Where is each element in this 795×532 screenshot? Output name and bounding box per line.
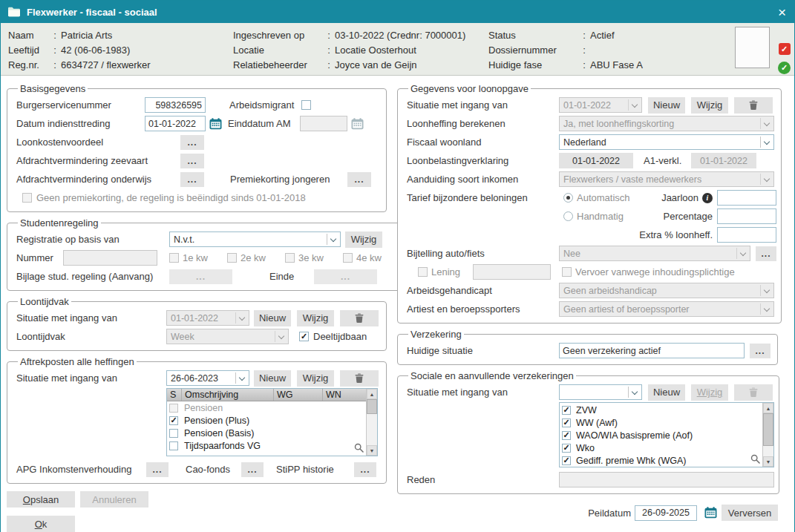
item-checkbox[interactable] xyxy=(562,418,571,427)
huidige-situatie-input[interactable] xyxy=(559,343,745,358)
sociale-nieuw-button[interactable]: Nieuw xyxy=(648,384,685,401)
list-item[interactable]: WAO/WIA basispremie (Aof) xyxy=(560,429,762,441)
extra-loonheffing-input[interactable] xyxy=(717,227,776,243)
aftrekposten-wijzig-button[interactable]: Wijzig xyxy=(297,370,334,387)
loonopgave-wijzig-button[interactable]: Wijzig xyxy=(691,97,728,114)
close-icon[interactable]: × xyxy=(776,5,788,19)
loonbelastingverklaring-date-button[interactable]: 01-01-2022 xyxy=(559,153,633,168)
chevron-down-icon xyxy=(239,374,245,380)
calendar-icon[interactable] xyxy=(208,116,223,131)
table-scrollbar[interactable]: ▲ ▼ xyxy=(366,389,377,456)
verzekering-ellipsis-button[interactable]: ... xyxy=(750,344,771,358)
search-icon[interactable] xyxy=(750,454,760,466)
bsn-input[interactable] xyxy=(145,97,206,113)
list-item[interactable]: ZVW xyxy=(560,404,762,416)
aftrekposten-nieuw-button[interactable]: Nieuw xyxy=(254,370,291,387)
vervoer-checkbox xyxy=(562,267,572,277)
ok-button[interactable]: Ok xyxy=(7,516,75,532)
datum-indiensttreding-input[interactable] xyxy=(145,116,206,131)
red-check-badge[interactable]: ✓ xyxy=(779,43,791,55)
scroll-up-icon[interactable]: ▲ xyxy=(763,403,773,413)
datum-indiensttreding-label: Datum indiensttreding xyxy=(16,118,145,129)
apg-ellipsis-button[interactable]: ... xyxy=(146,462,169,477)
aftrekposten-situatie-dropdown[interactable]: 26-06-2023 xyxy=(166,370,249,386)
kw1-label: 1e kw xyxy=(183,252,208,263)
registratie-wijzig-button[interactable]: Wijzig xyxy=(345,231,382,248)
registratie-dropdown[interactable]: N.v.t. xyxy=(169,231,341,247)
nummer-label: Nummer xyxy=(16,252,63,263)
list-item[interactable]: Gediff. premie Whk (WGA) xyxy=(560,454,762,467)
row-label: Pensioen xyxy=(184,403,223,413)
premiekorting-ellipsis-button[interactable]: ... xyxy=(347,172,371,187)
loonopgave-nieuw-button[interactable]: Nieuw xyxy=(648,97,685,114)
info-icon[interactable]: i xyxy=(702,193,713,203)
row-checkbox[interactable] xyxy=(169,441,178,450)
trash-icon xyxy=(355,313,364,323)
chevron-down-icon xyxy=(632,388,638,394)
row-checkbox[interactable] xyxy=(169,416,178,425)
dropdown-value: Geen artiest of beroepssporter xyxy=(563,304,758,315)
item-checkbox[interactable] xyxy=(562,431,571,440)
sociale-wijzig-button: Wijzig xyxy=(691,384,728,401)
column-header-wn: WN xyxy=(323,389,366,401)
bsn-label: Burgerservicenummer xyxy=(16,99,145,111)
person-header-col3: Status:Actief Dossiernummer: Huidige fas… xyxy=(488,27,693,75)
scroll-down-icon[interactable]: ▼ xyxy=(763,456,773,467)
scroll-down-icon[interactable]: ▼ xyxy=(367,445,377,456)
loonkostenvoordeel-ellipsis-button[interactable]: ... xyxy=(180,135,204,150)
green-check-badge[interactable]: ✓ xyxy=(778,62,791,74)
loontijdvak-delete-button[interactable] xyxy=(340,310,379,326)
loontijdvak-wijzig-button[interactable]: Wijzig xyxy=(297,310,334,326)
apg-label: APG Inkomstenverhouding xyxy=(16,464,146,475)
list-item[interactable]: WW (Awf) xyxy=(560,416,762,429)
situatie-label: Situatie met ingang van xyxy=(407,387,559,398)
item-label: ZVW xyxy=(576,405,597,416)
row-checkbox[interactable] xyxy=(169,429,178,438)
kwartaal-4: 4e kw xyxy=(343,252,401,263)
jaarloon-input[interactable] xyxy=(717,190,776,206)
fiscaal-woonland-dropdown[interactable]: Nederland xyxy=(559,134,774,150)
item-checkbox[interactable] xyxy=(562,444,571,453)
loonopgave-delete-button[interactable] xyxy=(734,97,773,114)
sociale-situatie-dropdown[interactable] xyxy=(559,384,642,400)
item-checkbox[interactable] xyxy=(562,406,571,415)
search-icon[interactable] xyxy=(354,443,364,455)
a1-verklaring-label: A1-verkl. xyxy=(644,155,685,166)
soort-inkomen-dropdown: Flexwerkers / vaste medewerkers xyxy=(559,171,774,187)
cao-fonds-ellipsis-button[interactable]: ... xyxy=(241,462,264,477)
bijtelling-ellipsis-button[interactable]: ... xyxy=(756,246,776,261)
table-row[interactable]: Tijdspaarfonds VG xyxy=(167,439,366,452)
list-item[interactable]: Wko xyxy=(560,441,762,454)
stipp-ellipsis-button[interactable]: ... xyxy=(354,462,376,477)
arbeidsgehandicapt-label: Arbeidsgehandicapt xyxy=(407,285,559,296)
calendar-icon[interactable] xyxy=(703,506,718,520)
table-row[interactable]: Pensioen (Plus) xyxy=(167,414,366,427)
verversen-button[interactable]: Verversen xyxy=(722,505,778,521)
registratie-label: Registratie op basis van xyxy=(16,234,169,245)
zeevaart-ellipsis-button[interactable]: ... xyxy=(180,154,204,168)
naam-label: Naam xyxy=(8,30,51,41)
list-scrollbar[interactable]: ▲ ▼ xyxy=(762,403,773,467)
table-row[interactable]: Pensioen (Basis) xyxy=(167,427,366,439)
scrollbar-thumb[interactable] xyxy=(763,413,773,446)
item-checkbox[interactable] xyxy=(562,456,571,465)
peildatum-input[interactable] xyxy=(635,505,697,521)
left-column: Basisgegevens Burgerservicenummer Arbeid… xyxy=(7,83,387,532)
row-label: Pensioen (Basis) xyxy=(184,428,255,439)
opslaan-button[interactable]: Opslaan xyxy=(7,491,75,508)
arbeidsmigrant-checkbox[interactable] xyxy=(301,100,311,110)
scroll-up-icon[interactable]: ▲ xyxy=(367,389,377,399)
percentage-input[interactable] xyxy=(717,208,776,224)
aftrekposten-delete-button[interactable] xyxy=(340,370,379,387)
chevron-down-icon xyxy=(330,235,336,241)
scrollbar-thumb[interactable] xyxy=(367,399,377,414)
dossiernummer-label: Dossiernummer xyxy=(488,45,580,56)
loonbelastingverklaring-label: Loonbelastingverklaring xyxy=(407,155,559,166)
onderwijs-ellipsis-button[interactable]: ... xyxy=(180,172,204,187)
table-row[interactable]: Pensioen xyxy=(167,401,366,414)
sociale-verzekeringen-section: Sociale en aanvullende verzekeringen Sit… xyxy=(397,370,779,494)
einddatum-am-input xyxy=(300,116,347,131)
loontijdvak-nieuw-button[interactable]: Nieuw xyxy=(254,310,291,326)
automatisch-label: Automatisch xyxy=(577,192,630,203)
deeltijdbaan-checkbox[interactable] xyxy=(299,332,309,341)
